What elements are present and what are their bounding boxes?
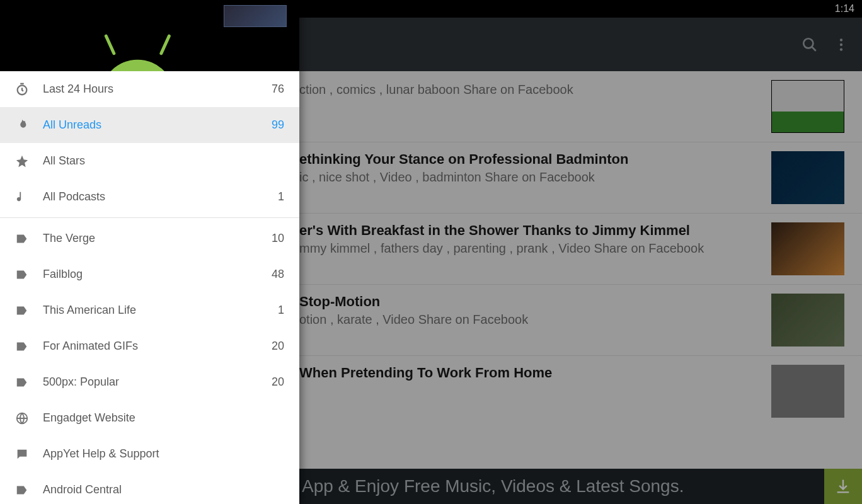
feed-item-thumbnail bbox=[771, 365, 844, 418]
drawer-header bbox=[0, 0, 299, 71]
svg-point-2 bbox=[840, 38, 842, 41]
feed-item-title: When Pretending To Work From Home bbox=[299, 365, 761, 381]
drawer-item-label: All Stars bbox=[43, 154, 284, 168]
drawer-item-count: 20 bbox=[272, 375, 284, 389]
feed-item-title: Stop-Motion bbox=[299, 294, 761, 310]
promo-banner[interactable]: App & Enjoy Free Music, Videos & Latest … bbox=[299, 469, 862, 504]
feed-item[interactable]: Stop-Motion otion , karate , Video Share… bbox=[299, 285, 862, 356]
drawer-list: Last 24 Hours 76 All Unreads 99 All Star… bbox=[0, 71, 299, 504]
drawer-item-count: 20 bbox=[272, 340, 284, 353]
globe-icon bbox=[15, 411, 43, 425]
drawer-item-count: 1 bbox=[278, 190, 284, 203]
drawer-item-count: 76 bbox=[272, 83, 284, 96]
drawer-feed-engadget[interactable]: Engadget Website bbox=[0, 400, 299, 436]
drawer-item-label: All Podcasts bbox=[43, 190, 278, 203]
tag-icon bbox=[15, 232, 43, 246]
drawer-filter-last24[interactable]: Last 24 Hours 76 bbox=[0, 71, 299, 107]
status-time: 1:14 bbox=[835, 3, 854, 14]
drawer-item-label: 500px: Popular bbox=[43, 375, 272, 389]
drawer-item-label: Last 24 Hours bbox=[43, 83, 272, 96]
android-logo-icon bbox=[76, 33, 189, 71]
drawer-item-count: 99 bbox=[272, 118, 284, 132]
drawer-item-label: Android Central bbox=[43, 483, 284, 496]
drawer-item-label: Failblog bbox=[43, 268, 272, 281]
drawer-item-label: AppYet Help & Support bbox=[43, 447, 284, 461]
tag-icon bbox=[15, 268, 43, 282]
svg-line-6 bbox=[161, 36, 169, 53]
tag-icon bbox=[15, 340, 43, 353]
feed-item[interactable]: When Pretending To Work From Home bbox=[299, 356, 862, 427]
feed-item[interactable]: ction , comics , lunar baboon Share on F… bbox=[299, 71, 862, 142]
svg-point-3 bbox=[840, 43, 842, 45]
tag-icon bbox=[15, 304, 43, 318]
feed-item-thumbnail bbox=[771, 151, 844, 204]
svg-line-5 bbox=[106, 36, 114, 53]
tag-icon bbox=[15, 375, 43, 389]
drawer-item-count: 10 bbox=[272, 232, 284, 245]
star-icon bbox=[15, 154, 43, 168]
svg-point-0 bbox=[803, 38, 813, 48]
feed-item[interactable]: ethinking Your Stance on Professional Ba… bbox=[299, 142, 862, 214]
drawer-item-label: All Unreads bbox=[43, 118, 272, 132]
search-icon[interactable] bbox=[794, 29, 825, 60]
promo-text: App & Enjoy Free Music, Videos & Latest … bbox=[302, 476, 684, 496]
svg-line-1 bbox=[812, 47, 816, 51]
drawer-item-label: Engadget Website bbox=[43, 411, 284, 425]
overflow-menu-icon[interactable] bbox=[825, 29, 857, 60]
svg-point-4 bbox=[840, 48, 842, 50]
drawer-filter-unreads[interactable]: All Unreads 99 bbox=[0, 107, 299, 143]
feed-item-thumbnail bbox=[771, 294, 844, 346]
feed-item-thumbnail bbox=[771, 80, 844, 133]
drawer-feed-gifs[interactable]: For Animated GIFs 20 bbox=[0, 328, 299, 364]
timer-icon bbox=[15, 83, 43, 96]
fire-icon bbox=[15, 118, 43, 132]
header-graphic bbox=[224, 5, 287, 27]
feed-item-tags: otion , karate , Video Share on Facebook bbox=[299, 312, 761, 327]
feed-item-title: er's With Breakfast in the Shower Thanks… bbox=[299, 222, 761, 239]
nav-drawer: Last 24 Hours 76 All Unreads 99 All Star… bbox=[0, 0, 299, 504]
drawer-filter-podcasts[interactable]: All Podcasts 1 bbox=[0, 179, 299, 215]
drawer-item-label: This American Life bbox=[43, 304, 278, 317]
music-icon bbox=[15, 190, 43, 204]
drawer-item-label: The Verge bbox=[43, 232, 272, 245]
feed-item-tags: ction , comics , lunar baboon Share on F… bbox=[299, 83, 761, 97]
drawer-feed-verge[interactable]: The Verge 10 bbox=[0, 220, 299, 256]
drawer-feed-androidcentral[interactable]: Android Central bbox=[0, 472, 299, 504]
download-icon[interactable] bbox=[824, 469, 862, 504]
drawer-feed-failblog[interactable]: Failblog 48 bbox=[0, 256, 299, 292]
feed-item-tags: ic , nice shot , Video , badminton Share… bbox=[299, 170, 761, 185]
drawer-feed-500px[interactable]: 500px: Popular 20 bbox=[0, 364, 299, 400]
feed-item-tags: mmy kimmel , fathers day , parenting , p… bbox=[299, 241, 761, 256]
drawer-item-label: For Animated GIFs bbox=[43, 340, 272, 353]
drawer-filter-stars[interactable]: All Stars bbox=[0, 143, 299, 179]
drawer-item-count: 48 bbox=[272, 268, 284, 281]
drawer-feed-tal[interactable]: This American Life 1 bbox=[0, 292, 299, 328]
drawer-item-count: 1 bbox=[278, 304, 284, 317]
chat-icon bbox=[15, 447, 43, 461]
tag-icon bbox=[15, 483, 43, 497]
feed-item-title: ethinking Your Stance on Professional Ba… bbox=[299, 151, 761, 168]
drawer-separator bbox=[0, 217, 299, 218]
drawer-feed-appyet[interactable]: AppYet Help & Support bbox=[0, 436, 299, 472]
feed-item[interactable]: er's With Breakfast in the Shower Thanks… bbox=[299, 214, 862, 285]
feed-item-thumbnail bbox=[771, 222, 844, 275]
